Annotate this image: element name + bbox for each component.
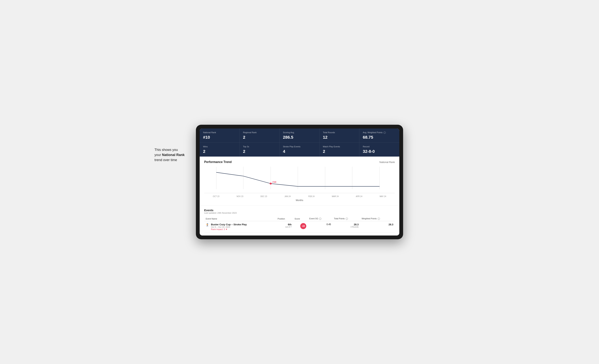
stat-record: Record 32-8-0 xyxy=(359,143,399,157)
stat-national-rank: National Rank #10 xyxy=(200,128,240,143)
stat-label: Total Rounds xyxy=(323,131,356,134)
event-position-cell: 6th out of 7 xyxy=(276,221,293,232)
event-type-icon: 🏌️ xyxy=(206,223,210,227)
stat-regional-rank: Regional Rank 2 xyxy=(240,128,280,143)
events-last-updated: Last updated: 24th November 2023 xyxy=(204,212,395,214)
event-sg-cell: 0.45 xyxy=(308,221,333,232)
stat-value: 2 xyxy=(243,135,276,140)
event-score-badge: -22 xyxy=(300,223,306,229)
info-icon: i xyxy=(319,218,321,220)
info-icon: i xyxy=(378,218,380,220)
chart-x-labels: OCT 23 NOV 23 DEC 23 JAN 24 FEB 24 MAR 2… xyxy=(204,195,395,198)
stat-value: 12 xyxy=(323,135,356,140)
x-label-dec23: DEC 23 xyxy=(252,195,276,197)
event-position-sub: out of 7 xyxy=(278,226,291,228)
col-score: Score xyxy=(293,216,308,221)
performance-title: Performance Trend xyxy=(204,160,232,164)
col-event-name: Event Name xyxy=(204,216,276,221)
svg-text:#10: #10 xyxy=(272,181,276,183)
info-icon: i xyxy=(384,132,386,134)
stat-label: Match Play Events xyxy=(323,145,356,148)
stat-match-play-events: Match Play Events 2 xyxy=(319,143,359,157)
rank-direction-icon: ▼ xyxy=(225,228,228,231)
event-score-cell: -22 xyxy=(293,221,308,232)
stat-total-rounds: Total Rounds 12 xyxy=(319,128,359,143)
stat-label: Regional Rank xyxy=(243,131,276,134)
col-position: Position xyxy=(276,216,293,221)
event-info-cell: 🏌️ Buster Cozy Cup – Stroke Play Oct 9 –… xyxy=(204,221,276,232)
performance-subtitle: National Rank xyxy=(379,161,395,164)
stat-value: 68.75 xyxy=(363,135,396,140)
event-total-points-cell: 28.3 3 Rounds xyxy=(333,221,360,232)
stat-avg-weighted-points: Avg. Weighted Points i 68.75 xyxy=(359,128,399,143)
performance-header: Performance Trend National Rank xyxy=(204,160,395,164)
x-label-apr24: APR 24 xyxy=(347,195,371,197)
event-name: Buster Cozy Cup – Stroke Play xyxy=(211,223,247,226)
tooltip-annotation: This shows you your National Rank trend … xyxy=(154,147,192,163)
stats-header-row2: Wins 2 Top 3s 2 Stroke Play Events 4 Mat… xyxy=(200,143,399,157)
stat-value: 4 xyxy=(283,149,316,154)
col-weighted-points: Weighted Points i xyxy=(360,216,395,221)
stat-label: Record xyxy=(363,145,396,148)
col-event-sg: Event SG i xyxy=(308,216,333,221)
stat-value: 2 xyxy=(323,149,356,154)
events-section: Events Last updated: 24th November 2023 … xyxy=(200,205,399,236)
stat-label: Avg. Weighted Points i xyxy=(363,131,396,134)
stat-stroke-play-events: Stroke Play Events 4 xyxy=(280,143,319,157)
chart-x-title: Months xyxy=(204,199,395,202)
stat-value: 286.5 xyxy=(283,135,316,140)
stat-label: Scoring Avg. xyxy=(283,131,316,134)
table-header-row: Event Name Position Score Event SG i Tot… xyxy=(204,216,395,221)
events-table: Event Name Position Score Event SG i Tot… xyxy=(204,216,395,232)
scene: This shows you your National Rank trend … xyxy=(196,125,403,240)
chart-svg: #10 xyxy=(204,167,395,193)
stat-label: Stroke Play Events xyxy=(283,145,316,148)
x-label-mar24: MAR 24 xyxy=(323,195,347,197)
stat-label: Wins xyxy=(203,145,236,148)
x-label-nov23: NOV 23 xyxy=(228,195,252,197)
stat-value: 2 xyxy=(203,149,236,154)
info-icon: i xyxy=(346,218,348,220)
stat-scoring-avg: Scoring Avg. 286.5 xyxy=(280,128,319,143)
stat-value: #10 xyxy=(203,135,236,140)
performance-chart: #10 xyxy=(204,167,395,193)
performance-section: Performance Trend National Rank xyxy=(200,157,399,205)
event-weighted-points: 28.3 xyxy=(389,223,393,226)
svg-point-10 xyxy=(270,183,272,184)
event-total-points-sub: 3 Rounds xyxy=(334,226,359,228)
event-date: Oct 9 – Oct 10, 2023 xyxy=(211,226,247,228)
col-total-points: Total Points i xyxy=(333,216,360,221)
events-title: Events xyxy=(204,209,395,212)
tablet-screen: National Rank #10 Regional Rank 2 Scorin… xyxy=(200,128,399,236)
stat-value: 32-8-0 xyxy=(363,149,396,154)
event-rank-impact: Rank Impact: 3 ▼ xyxy=(211,228,247,231)
event-weighted-points-cell: 28.3 xyxy=(360,221,395,232)
stats-header-row1: National Rank #10 Regional Rank 2 Scorin… xyxy=(200,128,399,143)
event-position: 6th xyxy=(278,223,291,226)
x-label-jan24: JAN 24 xyxy=(276,195,300,197)
stat-top3s: Top 3s 2 xyxy=(240,143,280,157)
x-label-feb24: FEB 24 xyxy=(300,195,323,197)
table-row: 🏌️ Buster Cozy Cup – Stroke Play Oct 9 –… xyxy=(204,221,395,232)
x-label-oct23: OCT 23 xyxy=(204,195,228,197)
tablet-device: National Rank #10 Regional Rank 2 Scorin… xyxy=(196,125,403,240)
stat-label: Top 3s xyxy=(243,145,276,148)
stat-value: 2 xyxy=(243,149,276,154)
event-sg-value: 0.45 xyxy=(327,223,331,226)
stat-label: National Rank xyxy=(203,131,236,134)
event-total-points: 28.3 xyxy=(334,223,359,226)
x-label-may24: MAY 24 xyxy=(371,195,395,197)
stat-wins: Wins 2 xyxy=(200,143,240,157)
